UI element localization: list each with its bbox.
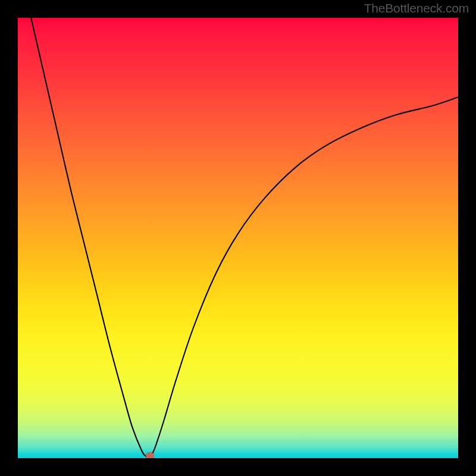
chart-plot-area bbox=[18, 18, 458, 458]
minimum-marker bbox=[146, 452, 154, 458]
chart-background-gradient bbox=[18, 18, 458, 458]
watermark-text: TheBottleneck.com bbox=[364, 1, 469, 15]
